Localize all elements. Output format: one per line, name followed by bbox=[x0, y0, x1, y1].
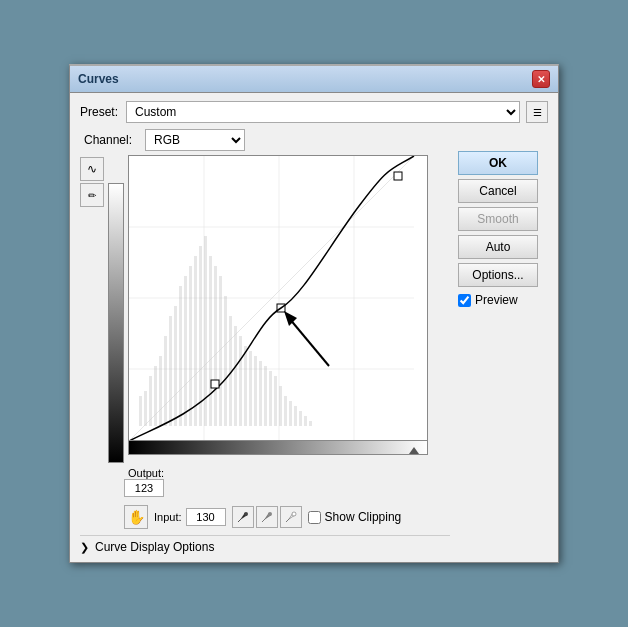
options-button[interactable]: Options... bbox=[458, 263, 538, 287]
svg-rect-39 bbox=[304, 416, 307, 426]
cancel-button[interactable]: Cancel bbox=[458, 179, 538, 203]
eyedropper-gray-icon bbox=[259, 509, 275, 525]
svg-rect-37 bbox=[294, 406, 297, 426]
close-button[interactable]: ✕ bbox=[532, 70, 550, 88]
canvas-wrapper bbox=[128, 155, 428, 463]
svg-rect-7 bbox=[144, 391, 147, 426]
svg-rect-29 bbox=[254, 356, 257, 426]
curve-svg bbox=[129, 156, 428, 455]
channel-select[interactable]: RGB Red Green Blue bbox=[145, 129, 245, 151]
dialog-title: Curves bbox=[78, 72, 119, 86]
preview-checkbox[interactable] bbox=[458, 294, 471, 307]
svg-rect-36 bbox=[289, 401, 292, 426]
channel-row: Channel: RGB Red Green Blue bbox=[84, 129, 450, 151]
auto-button[interactable]: Auto bbox=[458, 235, 538, 259]
preset-select[interactable]: Custom bbox=[126, 101, 520, 123]
svg-rect-44 bbox=[211, 380, 219, 388]
left-panel: Channel: RGB Red Green Blue ∿ bbox=[80, 129, 450, 554]
svg-rect-33 bbox=[274, 376, 277, 426]
show-clipping-checkbox[interactable] bbox=[308, 511, 321, 524]
svg-rect-20 bbox=[209, 256, 212, 426]
svg-rect-35 bbox=[284, 396, 287, 426]
title-bar: Curves ✕ bbox=[70, 66, 558, 93]
ok-button[interactable]: OK bbox=[458, 151, 538, 175]
svg-rect-34 bbox=[279, 386, 282, 426]
show-clipping-row: Show Clipping bbox=[308, 510, 402, 524]
output-input[interactable] bbox=[124, 479, 164, 497]
curve-options-label: Curve Display Options bbox=[95, 540, 214, 554]
smooth-button[interactable]: Smooth bbox=[458, 207, 538, 231]
svg-rect-14 bbox=[179, 286, 182, 426]
pencil-tool-button[interactable]: ✏ bbox=[80, 183, 104, 207]
curve-tool-icon: ∿ bbox=[87, 162, 97, 176]
input-label: Input: bbox=[154, 511, 182, 523]
svg-rect-16 bbox=[189, 266, 192, 426]
svg-rect-21 bbox=[214, 266, 217, 426]
svg-rect-43 bbox=[394, 172, 402, 180]
bottom-bar: ✋ Input: bbox=[80, 501, 450, 529]
eyedropper-black-icon bbox=[235, 509, 251, 525]
black-point-eyedropper[interactable] bbox=[232, 506, 254, 528]
svg-point-48 bbox=[268, 512, 272, 516]
channel-label: Channel: bbox=[84, 133, 139, 147]
svg-rect-38 bbox=[299, 411, 302, 426]
hand-tool-button[interactable]: ✋ bbox=[124, 505, 148, 529]
dialog-body: Preset: Custom ☰ Channel: RGB Red Green … bbox=[70, 93, 558, 562]
curve-container: ∿ ✏ bbox=[80, 155, 450, 463]
svg-rect-22 bbox=[219, 276, 222, 426]
svg-rect-11 bbox=[164, 336, 167, 426]
preset-row: Preset: Custom ☰ bbox=[80, 101, 548, 123]
svg-rect-15 bbox=[184, 276, 187, 426]
svg-rect-27 bbox=[244, 346, 247, 426]
eyedropper-group bbox=[232, 506, 302, 528]
eyedropper-white-icon bbox=[283, 509, 299, 525]
svg-rect-28 bbox=[249, 351, 252, 426]
preset-options-button[interactable]: ☰ bbox=[526, 101, 548, 123]
show-clipping-label: Show Clipping bbox=[325, 510, 402, 524]
values-section: Output: bbox=[124, 467, 450, 497]
svg-rect-13 bbox=[174, 306, 177, 426]
tool-panel: ∿ ✏ bbox=[80, 155, 104, 463]
main-area: Channel: RGB Red Green Blue ∿ bbox=[80, 129, 548, 554]
curve-canvas[interactable] bbox=[128, 155, 428, 455]
right-panel: OK Cancel Smooth Auto Options... Preview bbox=[458, 129, 548, 554]
svg-rect-31 bbox=[264, 366, 267, 426]
svg-rect-26 bbox=[239, 336, 242, 426]
svg-rect-25 bbox=[234, 326, 237, 426]
output-gradient-bar bbox=[108, 183, 124, 463]
input-row: Input: bbox=[154, 508, 226, 526]
curve-tool-button[interactable]: ∿ bbox=[80, 157, 104, 181]
curve-options-row: ❯ Curve Display Options bbox=[80, 535, 450, 554]
close-icon: ✕ bbox=[537, 74, 545, 85]
sample-type-button[interactable]: ✋ bbox=[124, 505, 148, 529]
pencil-icon: ✏ bbox=[88, 190, 96, 201]
expand-icon[interactable]: ❯ bbox=[80, 541, 89, 554]
white-point-eyedropper[interactable] bbox=[280, 506, 302, 528]
svg-rect-9 bbox=[154, 366, 157, 426]
svg-point-47 bbox=[244, 512, 248, 516]
preset-label: Preset: bbox=[80, 105, 120, 119]
svg-rect-18 bbox=[199, 246, 202, 426]
svg-rect-23 bbox=[224, 296, 227, 426]
input-gradient-bar bbox=[129, 440, 427, 454]
svg-rect-17 bbox=[194, 256, 197, 426]
gray-point-eyedropper[interactable] bbox=[256, 506, 278, 528]
output-label: Output: bbox=[128, 467, 164, 479]
output-row: Output: bbox=[128, 467, 450, 479]
svg-point-49 bbox=[292, 512, 296, 516]
svg-rect-32 bbox=[269, 371, 272, 426]
svg-rect-40 bbox=[309, 421, 312, 426]
input-field[interactable] bbox=[186, 508, 226, 526]
preview-row: Preview bbox=[458, 293, 548, 307]
svg-rect-10 bbox=[159, 356, 162, 426]
curves-dialog: Curves ✕ Preset: Custom ☰ Channel: RGB bbox=[69, 64, 559, 563]
preview-label: Preview bbox=[475, 293, 518, 307]
svg-rect-6 bbox=[139, 396, 142, 426]
svg-rect-12 bbox=[169, 316, 172, 426]
svg-line-45 bbox=[289, 318, 329, 366]
svg-rect-30 bbox=[259, 361, 262, 426]
